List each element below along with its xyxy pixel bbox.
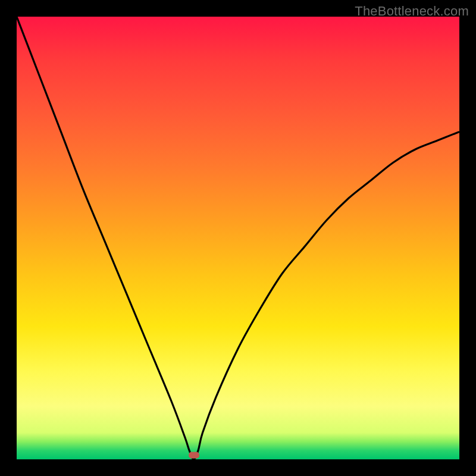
watermark-text: TheBottleneck.com	[355, 4, 469, 19]
curve-svg	[17, 17, 459, 459]
optimum-marker	[189, 452, 199, 458]
plot-area	[17, 17, 459, 459]
chart-frame: TheBottleneck.com	[0, 0, 476, 476]
bottleneck-curve-path	[17, 17, 459, 459]
